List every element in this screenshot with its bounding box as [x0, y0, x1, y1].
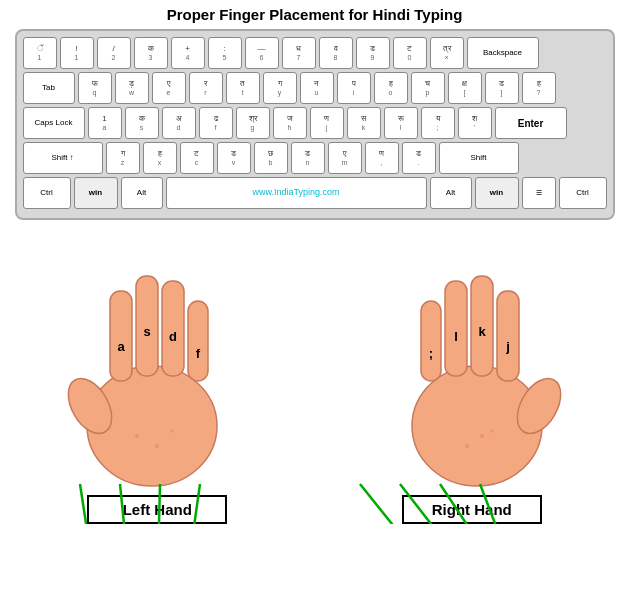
svg-rect-2 [110, 291, 132, 381]
key-z[interactable]: गz [106, 142, 140, 174]
key-b[interactable]: छb [254, 142, 288, 174]
key-d[interactable]: अd [162, 107, 196, 139]
key-alt-right[interactable]: Alt [430, 177, 472, 209]
right-hand-label: Right Hand [402, 495, 542, 524]
page-title: Proper Finger Placement for Hindi Typing [0, 0, 629, 27]
key-ctrl-left[interactable]: Ctrl [23, 177, 71, 209]
key-r[interactable]: रr [189, 72, 223, 104]
key-o[interactable]: हo [374, 72, 408, 104]
left-hand-wrapper: a s d f Left Hand [62, 251, 252, 524]
key-1[interactable]: !1 [60, 37, 94, 69]
key-m[interactable]: एm [328, 142, 362, 174]
key-7[interactable]: ध7 [282, 37, 316, 69]
key-k[interactable]: सk [347, 107, 381, 139]
key-j[interactable]: णj [310, 107, 344, 139]
key-row-5: Ctrl win Alt www.IndiaTyping.com Alt win… [23, 177, 607, 209]
svg-point-25 [490, 430, 493, 433]
key-rbracket[interactable]: ड] [485, 72, 519, 104]
svg-text:;: ; [429, 346, 433, 361]
key-0[interactable]: ट0 [393, 37, 427, 69]
key-5[interactable]: :5 [208, 37, 242, 69]
key-backtick[interactable]: ॅ1 [23, 37, 57, 69]
key-win-right[interactable]: win [475, 177, 519, 209]
key-p[interactable]: चp [411, 72, 445, 104]
key-2[interactable]: /2 [97, 37, 131, 69]
key-lbracket[interactable]: क्ष[ [448, 72, 482, 104]
key-row-1: ॅ1 !1 /2 क3 +4 :5 —6 ध7 व8 ड9 ट0 त्र× Ba… [23, 37, 607, 69]
key-minus[interactable]: त्र× [430, 37, 464, 69]
keyboard: ॅ1 !1 /2 क3 +4 :5 —6 ध7 व8 ड9 ट0 त्र× Ba… [15, 29, 615, 220]
key-i[interactable]: पi [337, 72, 371, 104]
key-6[interactable]: —6 [245, 37, 279, 69]
svg-text:l: l [454, 329, 458, 344]
key-alt-left[interactable]: Alt [121, 177, 163, 209]
svg-rect-21 [421, 301, 441, 381]
svg-point-23 [480, 434, 484, 438]
key-row-4: Shift ↑ गz हx टc डv छb डn एm ण, ड. Shift [23, 142, 607, 174]
key-c[interactable]: टc [180, 142, 214, 174]
key-row-3: Caps Lock 1a कs अd ढf श्रg जh णj सk रूl … [23, 107, 607, 139]
key-n[interactable]: डn [291, 142, 325, 174]
left-hand-label: Left Hand [87, 495, 227, 524]
key-v[interactable]: डv [217, 142, 251, 174]
key-enter[interactable]: Enter [495, 107, 567, 139]
key-3[interactable]: क3 [134, 37, 168, 69]
key-q[interactable]: फq [78, 72, 112, 104]
key-9[interactable]: ड9 [356, 37, 390, 69]
key-f[interactable]: ढf [199, 107, 233, 139]
key-space[interactable]: www.IndiaTyping.com [166, 177, 427, 209]
svg-point-12 [171, 430, 174, 433]
svg-text:d: d [169, 329, 177, 344]
key-capslock[interactable]: Caps Lock [23, 107, 85, 139]
key-quote[interactable]: श' [458, 107, 492, 139]
right-hand-wrapper: j k l ; Right Hand [377, 251, 567, 524]
key-4[interactable]: +4 [171, 37, 205, 69]
svg-text:k: k [478, 324, 486, 339]
key-shift-right[interactable]: Shift [439, 142, 519, 174]
svg-point-24 [465, 444, 469, 448]
key-tab[interactable]: Tab [23, 72, 75, 104]
right-hand-svg: j k l ; [377, 251, 567, 491]
key-backslash[interactable]: ह? [522, 72, 556, 104]
svg-text:f: f [196, 346, 201, 361]
svg-point-11 [155, 444, 159, 448]
key-8[interactable]: व8 [319, 37, 353, 69]
key-row-2: Tab फq ड़w एe रr तt गy नu पi हo चp क्ष[ … [23, 72, 607, 104]
key-l[interactable]: रूl [384, 107, 418, 139]
key-u[interactable]: नu [300, 72, 334, 104]
key-backspace[interactable]: Backspace [467, 37, 539, 69]
key-semicolon[interactable]: य; [421, 107, 455, 139]
key-comma[interactable]: ण, [365, 142, 399, 174]
key-a[interactable]: 1a [88, 107, 122, 139]
key-s[interactable]: कs [125, 107, 159, 139]
key-e[interactable]: एe [152, 72, 186, 104]
key-shift-left[interactable]: Shift ↑ [23, 142, 103, 174]
key-t[interactable]: तt [226, 72, 260, 104]
svg-text:a: a [118, 339, 126, 354]
keyboard-section: ॅ1 !1 /2 क3 +4 :5 —6 ध7 व8 ड9 ट0 त्र× Ba… [15, 29, 615, 220]
key-menu[interactable]: ☰ [522, 177, 556, 209]
key-y[interactable]: गy [263, 72, 297, 104]
svg-text:s: s [144, 324, 151, 339]
key-win-left[interactable]: win [74, 177, 118, 209]
key-g[interactable]: श्रg [236, 107, 270, 139]
svg-point-10 [135, 434, 139, 438]
svg-text:j: j [505, 339, 510, 354]
svg-rect-8 [188, 301, 208, 381]
left-hand-svg: a s d f [62, 251, 252, 491]
key-x[interactable]: हx [143, 142, 177, 174]
key-w[interactable]: ड़w [115, 72, 149, 104]
key-h[interactable]: जh [273, 107, 307, 139]
svg-rect-15 [497, 291, 519, 381]
key-ctrl-right[interactable]: Ctrl [559, 177, 607, 209]
key-period[interactable]: ड. [402, 142, 436, 174]
hands-section: a s d f Left Hand j [0, 224, 629, 524]
